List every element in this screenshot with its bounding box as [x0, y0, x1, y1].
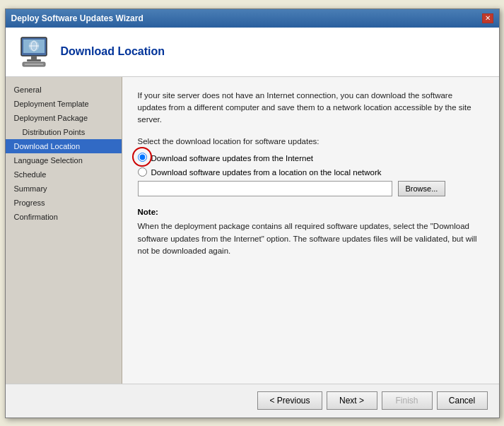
- sidebar-item-distribution-points[interactable]: Distribution Points: [6, 125, 122, 139]
- sidebar-item-confirmation[interactable]: Confirmation: [6, 210, 122, 224]
- sidebar: General Deployment Template Deployment P…: [6, 77, 122, 384]
- radio-internet[interactable]: [138, 153, 147, 162]
- wizard-header: Download Location: [6, 28, 499, 77]
- wizard-body: General Deployment Template Deployment P…: [6, 77, 499, 384]
- next-button[interactable]: Next >: [327, 391, 377, 410]
- note-section: Note: When the deployment package contai…: [138, 208, 484, 257]
- radio-internet-label[interactable]: Download software updates from the Inter…: [151, 154, 314, 162]
- select-label: Select the download location for softwar…: [138, 137, 484, 146]
- sidebar-item-general[interactable]: General: [6, 83, 122, 97]
- radio-group: Download software updates from the Inter…: [138, 153, 484, 196]
- radio-local-label[interactable]: Download software updates from a locatio…: [151, 168, 382, 177]
- sidebar-item-progress[interactable]: Progress: [6, 196, 122, 210]
- wizard-window: Deploy Software Updates Wizard ✕: [5, 8, 500, 418]
- wizard-page-title: Download Location: [61, 45, 165, 58]
- header-icon: [17, 35, 51, 69]
- sidebar-item-language-selection[interactable]: Language Selection: [6, 153, 122, 167]
- finish-button[interactable]: Finish: [382, 391, 433, 410]
- sidebar-item-deployment-package[interactable]: Deployment Package: [6, 111, 122, 125]
- cancel-button[interactable]: Cancel: [437, 391, 488, 410]
- sidebar-item-summary[interactable]: Summary: [6, 182, 122, 196]
- computer-icon: [17, 35, 51, 69]
- info-paragraph: If your site server does not have an Int…: [138, 90, 484, 126]
- previous-button[interactable]: < Previous: [257, 391, 322, 410]
- radio-local-row: Download software updates from a locatio…: [138, 167, 484, 177]
- main-content: If your site server does not have an Int…: [122, 77, 499, 384]
- radio-internet-row: Download software updates from the Inter…: [138, 153, 484, 163]
- browse-button[interactable]: Browse...: [398, 181, 446, 196]
- close-button[interactable]: ✕: [482, 13, 493, 23]
- title-bar: Deploy Software Updates Wizard ✕: [6, 9, 499, 28]
- sidebar-item-schedule[interactable]: Schedule: [6, 167, 122, 182]
- window-title: Deploy Software Updates Wizard: [11, 13, 143, 23]
- svg-rect-6: [27, 59, 41, 61]
- radio-internet-highlight: [138, 153, 147, 163]
- radio-local[interactable]: [138, 167, 147, 177]
- sidebar-item-download-location[interactable]: Download Location: [6, 139, 122, 153]
- svg-rect-8: [25, 64, 43, 65]
- wizard-footer: < Previous Next > Finish Cancel: [6, 384, 499, 418]
- note-title: Note:: [138, 208, 484, 216]
- local-path-input[interactable]: [138, 181, 392, 196]
- svg-rect-5: [31, 56, 37, 59]
- note-text: When the deployment package contains all…: [138, 220, 484, 257]
- sidebar-item-deployment-template[interactable]: Deployment Template: [6, 97, 122, 111]
- local-network-input-row: Browse...: [138, 181, 484, 196]
